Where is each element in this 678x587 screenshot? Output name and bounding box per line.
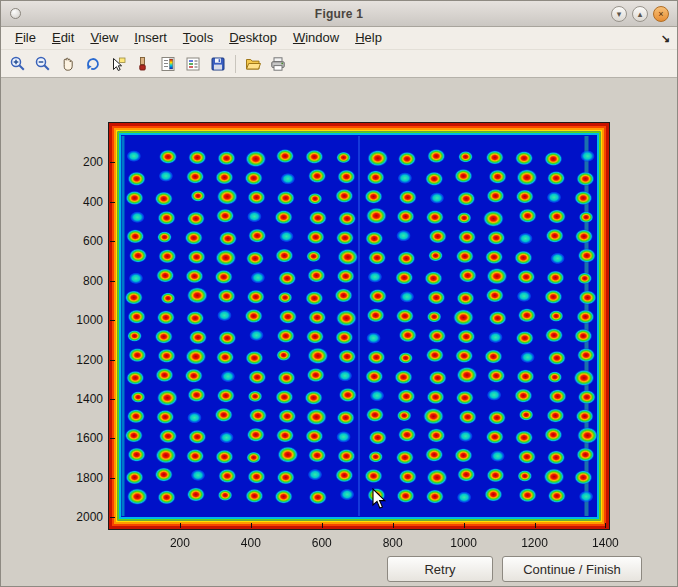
x-tick-mark bbox=[180, 523, 181, 528]
x-tick-mark bbox=[605, 523, 606, 528]
y-tick-mark bbox=[110, 162, 115, 163]
figure-window: Figure 1 ▾ ▴ × ↘ FileEditViewInsertTools… bbox=[0, 0, 678, 587]
legend-icon bbox=[184, 55, 202, 73]
x-tick-mark bbox=[251, 523, 252, 528]
mouse-cursor bbox=[372, 488, 388, 510]
menu-bar: ↘ FileEditViewInsertToolsDesktopWindowHe… bbox=[1, 27, 677, 50]
x-tick-label: 400 bbox=[241, 536, 261, 550]
y-tick-mark bbox=[110, 202, 115, 203]
x-tick-mark bbox=[535, 523, 536, 528]
rotate-3d-icon bbox=[84, 55, 102, 73]
window-controls: ▾ ▴ × bbox=[611, 6, 669, 22]
pan-hand-icon bbox=[59, 55, 77, 73]
brush-button[interactable] bbox=[131, 52, 155, 76]
dock-figure-icon[interactable]: ↘ bbox=[661, 32, 670, 45]
figure-client-area: 2004006008001000120014001600180020002004… bbox=[1, 79, 677, 586]
x-tick-mark bbox=[322, 523, 323, 528]
menu-item-view[interactable]: View bbox=[82, 28, 126, 48]
x-tick-mark bbox=[464, 523, 465, 528]
y-tick-label: 600 bbox=[57, 234, 103, 248]
open-folder-icon bbox=[244, 55, 262, 73]
x-tick-label: 200 bbox=[170, 536, 190, 550]
x-tick-label: 600 bbox=[312, 536, 332, 550]
menu-item-help[interactable]: Help bbox=[347, 28, 390, 48]
y-tick-label: 1600 bbox=[57, 431, 103, 445]
x-tick-label: 1000 bbox=[450, 536, 477, 550]
colorbar-icon bbox=[159, 55, 177, 73]
save-figure-button[interactable] bbox=[206, 52, 230, 76]
y-tick-label: 2000 bbox=[57, 510, 103, 524]
minimize-button[interactable]: ▾ bbox=[611, 6, 627, 22]
y-tick-mark bbox=[110, 281, 115, 282]
close-button[interactable]: × bbox=[653, 6, 669, 22]
zoom-in-button[interactable] bbox=[6, 52, 30, 76]
data-cursor-icon bbox=[109, 55, 127, 73]
menu-item-tools[interactable]: Tools bbox=[175, 28, 221, 48]
print-figure-button[interactable] bbox=[266, 52, 290, 76]
insert-colorbar-button[interactable] bbox=[156, 52, 180, 76]
retry-button[interactable]: Retry bbox=[387, 556, 493, 582]
printer-icon bbox=[269, 55, 287, 73]
menu-item-edit[interactable]: Edit bbox=[44, 28, 82, 48]
toolbar bbox=[1, 50, 677, 78]
y-tick-label: 1400 bbox=[57, 392, 103, 406]
plot-container: 2004006008001000120014001600180020002004… bbox=[109, 123, 609, 529]
window-title: Figure 1 bbox=[1, 7, 677, 21]
y-tick-mark bbox=[110, 517, 115, 518]
menu-item-window[interactable]: Window bbox=[285, 28, 347, 48]
save-icon bbox=[209, 55, 227, 73]
open-file-button[interactable] bbox=[241, 52, 265, 76]
maximize-button[interactable]: ▴ bbox=[632, 6, 648, 22]
insert-legend-button[interactable] bbox=[181, 52, 205, 76]
zoom-out-button[interactable] bbox=[31, 52, 55, 76]
y-tick-label: 400 bbox=[57, 195, 103, 209]
y-tick-mark bbox=[110, 241, 115, 242]
x-tick-label: 1200 bbox=[521, 536, 548, 550]
x-tick-mark bbox=[393, 523, 394, 528]
y-tick-mark bbox=[110, 438, 115, 439]
continue-finish-button[interactable]: Continue / Finish bbox=[502, 556, 642, 582]
y-tick-mark bbox=[110, 360, 115, 361]
y-tick-mark bbox=[110, 320, 115, 321]
y-tick-label: 200 bbox=[57, 155, 103, 169]
y-tick-mark bbox=[110, 399, 115, 400]
menu-item-desktop[interactable]: Desktop bbox=[221, 28, 285, 48]
menu-item-insert[interactable]: Insert bbox=[126, 28, 175, 48]
x-tick-label: 800 bbox=[383, 536, 403, 550]
pan-button[interactable] bbox=[56, 52, 80, 76]
menu-item-file[interactable]: File bbox=[7, 28, 44, 48]
y-tick-label: 1200 bbox=[57, 353, 103, 367]
window-titlebar[interactable]: Figure 1 ▾ ▴ × bbox=[1, 1, 677, 27]
rotate-3d-button[interactable] bbox=[81, 52, 105, 76]
x-tick-label: 1400 bbox=[592, 536, 619, 550]
figure-image[interactable] bbox=[109, 123, 609, 529]
brush-icon bbox=[134, 55, 152, 73]
y-tick-label: 1000 bbox=[57, 313, 103, 327]
data-cursor-button[interactable] bbox=[106, 52, 130, 76]
toolbar-separator bbox=[235, 55, 236, 73]
y-tick-label: 1800 bbox=[57, 471, 103, 485]
y-tick-label: 800 bbox=[57, 274, 103, 288]
zoom-out-icon bbox=[34, 55, 52, 73]
y-tick-mark bbox=[110, 478, 115, 479]
zoom-in-icon bbox=[9, 55, 27, 73]
